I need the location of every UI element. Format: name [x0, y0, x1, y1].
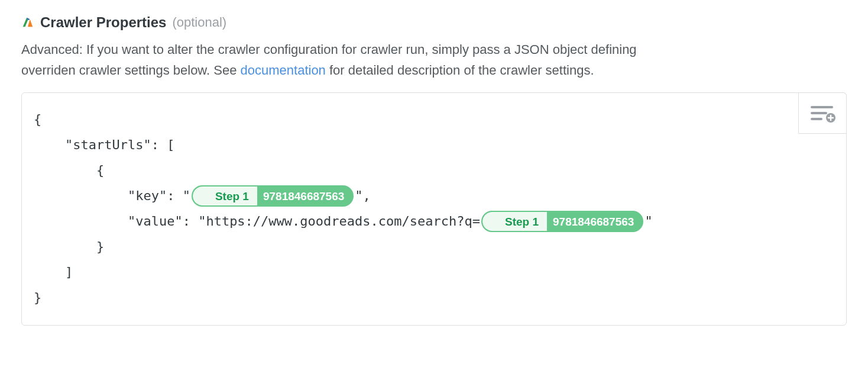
- field-description: Advanced: If you want to alter the crawl…: [21, 39, 672, 81]
- field-header: Crawler Properties (optional): [21, 14, 847, 31]
- pill-step-label: Step 1: [505, 211, 539, 232]
- cube-icon: [199, 190, 210, 202]
- code-line: {: [34, 158, 834, 184]
- code-text: "value": "https://www.goodreads.com/sear…: [34, 209, 480, 234]
- documentation-link[interactable]: documentation: [241, 63, 326, 78]
- pill-value: 9781846687563: [547, 212, 642, 231]
- code-line: "key": " Step 1 9781846687563 ",: [34, 184, 834, 209]
- pill-value: 9781846687563: [257, 186, 352, 205]
- code-line: ]: [34, 260, 834, 285]
- apify-icon: [21, 16, 34, 29]
- code-text: ": [644, 209, 652, 234]
- crawler-properties-editor[interactable]: { "startUrls": [ { "key": " Step 1 97818…: [21, 92, 847, 325]
- field-title: Crawler Properties: [40, 14, 166, 31]
- description-suffix: for detailed description of the crawler …: [326, 63, 594, 78]
- pill-step-label: Step 1: [215, 185, 249, 207]
- code-line: }: [34, 234, 834, 260]
- code-line: }: [34, 285, 834, 311]
- variable-pill-value[interactable]: Step 1 9781846687563: [481, 211, 643, 232]
- field-optional-hint: (optional): [172, 15, 226, 30]
- code-line: {: [34, 107, 834, 133]
- code-text: ",: [355, 184, 371, 209]
- code-text: "key": ": [34, 184, 190, 209]
- cube-icon: [488, 216, 500, 227]
- variable-pill-key[interactable]: Step 1 9781846687563: [192, 185, 354, 207]
- pill-left: Step 1: [482, 212, 547, 231]
- pill-left: Step 1: [193, 186, 257, 205]
- insert-variable-button[interactable]: [798, 92, 847, 134]
- code-line: "value": "https://www.goodreads.com/sear…: [34, 209, 834, 234]
- code-line: "startUrls": [: [34, 133, 834, 158]
